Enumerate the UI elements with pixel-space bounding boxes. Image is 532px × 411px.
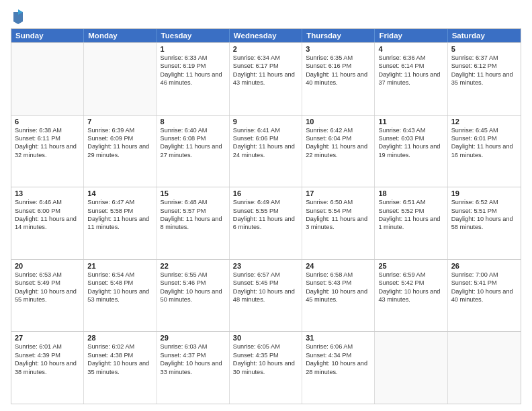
sunset-text: Sunset: 5:51 PM [451,207,517,215]
day-cell-29: 29Sunrise: 6:03 AMSunset: 4:37 PMDayligh… [157,332,230,404]
day-number: 29 [161,334,226,342]
empty-cell [84,43,157,115]
sunset-text: Sunset: 6:17 PM [233,62,298,70]
week-row-5: 27Sunrise: 6:01 AMSunset: 4:39 PMDayligh… [11,331,521,404]
sunset-text: Sunset: 5:49 PM [15,279,80,287]
sunrise-text: Sunrise: 6:46 AM [15,198,80,206]
day-number: 16 [233,189,298,197]
daylight-text: Daylight: 10 hours and 45 minutes. [306,287,371,304]
empty-cell [375,332,447,404]
sunrise-text: Sunrise: 6:01 AM [15,342,80,351]
day-number: 25 [378,262,443,270]
sunset-text: Sunset: 4:39 PM [15,351,80,359]
sunrise-text: Sunrise: 6:41 AM [233,126,298,134]
sunset-text: Sunset: 6:04 PM [306,134,371,142]
sunrise-text: Sunrise: 6:03 AM [161,342,226,351]
day-number: 9 [233,118,298,126]
day-number: 12 [451,118,517,126]
daylight-text: Daylight: 10 hours and 40 minutes. [451,287,517,304]
day-cell-14: 14Sunrise: 6:47 AMSunset: 5:58 PMDayligh… [84,187,157,259]
sunset-text: Sunset: 6:11 PM [15,134,80,142]
empty-cell [11,43,84,115]
sunrise-text: Sunrise: 6:02 AM [87,342,152,351]
sunrise-text: Sunrise: 6:42 AM [306,126,371,134]
day-cell-1: 1Sunrise: 6:33 AMSunset: 6:19 PMDaylight… [157,43,230,115]
day-cell-24: 24Sunrise: 6:58 AMSunset: 5:43 PMDayligh… [302,260,375,332]
week-row-1: 1Sunrise: 6:33 AMSunset: 6:19 PMDaylight… [11,42,521,115]
day-number: 31 [306,334,371,342]
sunset-text: Sunset: 5:54 PM [306,207,371,215]
day-number: 19 [451,189,517,197]
daylight-text: Daylight: 11 hours and 27 minutes. [161,142,226,159]
daylight-text: Daylight: 10 hours and 50 minutes. [161,287,226,304]
sunrise-text: Sunrise: 6:40 AM [161,126,226,134]
header-day-saturday: Saturday [448,29,521,42]
sunset-text: Sunset: 6:01 PM [451,134,517,142]
day-number: 22 [161,262,226,270]
sunrise-text: Sunrise: 6:38 AM [15,126,80,134]
day-cell-21: 21Sunrise: 6:54 AMSunset: 5:48 PMDayligh… [84,260,157,332]
day-number: 30 [233,334,298,342]
day-number: 28 [87,334,152,342]
page: SundayMondayTuesdayWednesdayThursdayFrid… [0,0,532,411]
sunrise-text: Sunrise: 6:51 AM [378,198,443,206]
day-cell-20: 20Sunrise: 6:53 AMSunset: 5:49 PMDayligh… [11,260,84,332]
daylight-text: Daylight: 11 hours and 24 minutes. [233,142,298,159]
day-cell-17: 17Sunrise: 6:50 AMSunset: 5:54 PMDayligh… [302,187,375,259]
daylight-text: Daylight: 11 hours and 11 minutes. [87,215,152,232]
day-number: 27 [15,334,80,342]
daylight-text: Daylight: 10 hours and 30 minutes. [233,359,298,376]
daylight-text: Daylight: 11 hours and 37 minutes. [378,71,443,87]
day-number: 24 [306,262,371,270]
sunrise-text: Sunrise: 6:47 AM [87,198,152,206]
daylight-text: Daylight: 11 hours and 16 minutes. [451,142,517,159]
sunset-text: Sunset: 6:00 PM [15,207,80,215]
daylight-text: Daylight: 11 hours and 29 minutes. [87,142,152,159]
week-row-4: 20Sunrise: 6:53 AMSunset: 5:49 PMDayligh… [11,259,521,332]
sunset-text: Sunset: 6:14 PM [378,62,443,70]
sunset-text: Sunset: 5:57 PM [161,207,226,215]
day-number: 7 [87,118,152,126]
daylight-text: Daylight: 11 hours and 32 minutes. [15,142,80,159]
day-cell-27: 27Sunrise: 6:01 AMSunset: 4:39 PMDayligh… [11,332,84,404]
daylight-text: Daylight: 10 hours and 53 minutes. [87,287,152,304]
daylight-text: Daylight: 11 hours and 22 minutes. [306,142,371,159]
day-number: 1 [161,45,226,53]
sunrise-text: Sunrise: 6:06 AM [306,342,371,351]
daylight-text: Daylight: 11 hours and 35 minutes. [451,71,517,87]
day-number: 17 [306,189,371,197]
sunrise-text: Sunrise: 6:57 AM [233,271,298,279]
sunrise-text: Sunrise: 7:00 AM [451,271,517,279]
daylight-text: Daylight: 11 hours and 19 minutes. [378,142,443,159]
day-cell-8: 8Sunrise: 6:40 AMSunset: 6:08 PMDaylight… [157,116,230,187]
day-cell-9: 9Sunrise: 6:41 AMSunset: 6:06 PMDaylight… [230,116,302,187]
daylight-text: Daylight: 11 hours and 43 minutes. [233,71,298,87]
week-row-2: 6Sunrise: 6:38 AMSunset: 6:11 PMDaylight… [11,115,521,187]
sunrise-text: Sunrise: 6:37 AM [451,54,517,62]
day-cell-2: 2Sunrise: 6:34 AMSunset: 6:17 PMDaylight… [230,43,302,115]
sunset-text: Sunset: 6:19 PM [161,62,226,70]
header-day-monday: Monday [84,29,157,42]
day-cell-6: 6Sunrise: 6:38 AMSunset: 6:11 PMDaylight… [11,116,84,187]
sunset-text: Sunset: 5:42 PM [378,279,443,287]
daylight-text: Daylight: 10 hours and 28 minutes. [306,359,371,376]
calendar: SundayMondayTuesdayWednesdayThursdayFrid… [11,28,521,404]
day-cell-28: 28Sunrise: 6:02 AMSunset: 4:38 PMDayligh… [84,332,157,404]
day-number: 13 [15,189,80,197]
day-number: 11 [378,118,443,126]
day-cell-13: 13Sunrise: 6:46 AMSunset: 6:00 PMDayligh… [11,187,84,259]
calendar-body: 1Sunrise: 6:33 AMSunset: 6:19 PMDaylight… [11,42,521,404]
daylight-text: Daylight: 11 hours and 1 minute. [378,215,443,232]
day-number: 8 [161,118,226,126]
day-number: 10 [306,118,371,126]
day-cell-31: 31Sunrise: 6:06 AMSunset: 4:34 PMDayligh… [302,332,375,404]
header-day-thursday: Thursday [302,29,375,42]
header-day-sunday: Sunday [11,29,84,42]
day-cell-11: 11Sunrise: 6:43 AMSunset: 6:03 PMDayligh… [375,116,447,187]
day-cell-26: 26Sunrise: 7:00 AMSunset: 5:41 PMDayligh… [448,260,521,332]
sunrise-text: Sunrise: 6:54 AM [87,271,152,279]
sunrise-text: Sunrise: 6:48 AM [161,198,226,206]
sunrise-text: Sunrise: 6:39 AM [87,126,152,134]
day-number: 14 [87,189,152,197]
sunrise-text: Sunrise: 6:53 AM [15,271,80,279]
